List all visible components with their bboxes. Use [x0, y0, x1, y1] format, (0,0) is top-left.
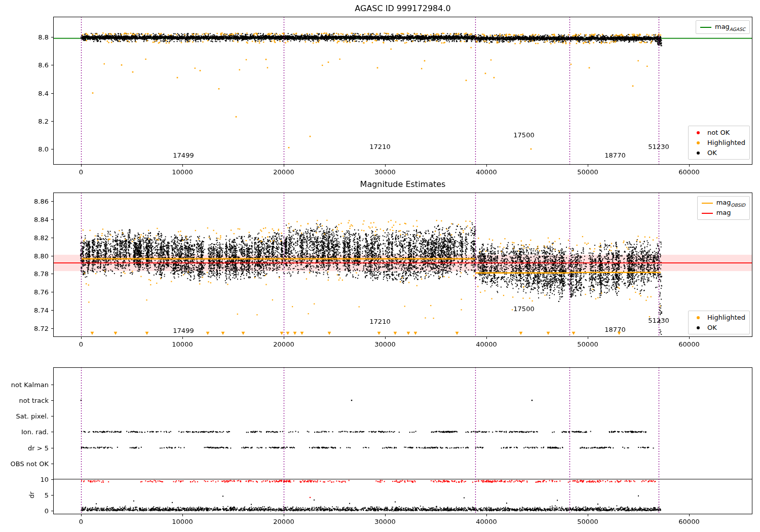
x-tick-label-top: 20000 [273, 168, 294, 176]
obsid-annotation: 17500 [513, 305, 534, 312]
x-tick-label-bottom: 60000 [678, 518, 699, 525]
legend-label: not OK [707, 129, 730, 136]
legend-item: mag [702, 208, 745, 218]
x-tick-label-middle: 60000 [678, 340, 699, 348]
legend-top-points: not OKHighlightedOK [688, 126, 750, 160]
legend-item: Highlighted [693, 138, 745, 147]
y-tick-label-middle: 8.86 [34, 198, 49, 205]
y-row-label-bottom: Ion. rad. [21, 428, 49, 436]
legend-label: Highlighted [707, 314, 745, 321]
y-tick-label-middle: 8.74 [34, 307, 49, 314]
x-tick-label-top: 50000 [577, 168, 598, 176]
y-tick-label-middle: 8.82 [34, 234, 49, 241]
x-tick-label-bottom: 50000 [577, 518, 598, 525]
x-tick-label-bottom: 30000 [374, 518, 395, 525]
obsid-annotation: 17499 [173, 151, 194, 159]
x-tick-label-bottom: 40000 [476, 518, 497, 525]
x-tick-label-middle: 20000 [273, 340, 294, 348]
figure: AGASC ID 999172984.0Magnitude Estimates0… [0, 0, 760, 532]
y-tick-label-top: 8.2 [38, 117, 49, 125]
legend-mag-lines: magOBSIDmag [697, 196, 750, 220]
legend-label: Highlighted [707, 139, 745, 146]
x-tick-label-top: 10000 [172, 168, 193, 176]
legend-dot-swatch-icon [693, 316, 704, 319]
obsid-annotation: 18770 [604, 151, 625, 159]
obsid-annotation: 17499 [173, 326, 194, 334]
y-row-label-bottom: 10 [40, 475, 49, 483]
y-row-label-bottom: 5 [45, 491, 49, 499]
legend-item: magOBSID [702, 198, 745, 208]
y-tick-label-middle: 8.76 [34, 288, 49, 296]
y-row-label-bottom: dr > 5 [28, 444, 49, 451]
legend-item: not OK [693, 128, 745, 137]
x-tick-label-top: 30000 [374, 168, 395, 176]
y-row-label-bottom: not track [19, 397, 49, 404]
y-row-label-bottom: Sat. pixel. [16, 412, 49, 420]
x-tick-label-bottom: 20000 [273, 518, 294, 525]
legend-label: OK [707, 149, 717, 157]
legend-line-swatch-icon [702, 203, 713, 204]
x-tick-label-middle: 10000 [172, 340, 193, 348]
obsid-annotation: 17210 [369, 317, 390, 325]
legend-item: OK [693, 323, 745, 332]
y-row-label-bottom: 0 [45, 507, 49, 515]
legend-dot-swatch-icon [693, 141, 704, 144]
legend-line-swatch-icon [702, 213, 713, 214]
obsid-annotation: 17500 [513, 131, 534, 139]
obsid-annotation: 18770 [604, 325, 625, 333]
legend-line-swatch-icon [700, 27, 711, 28]
x-tick-label-bottom: 0 [79, 518, 83, 525]
legend-item: magAGASC [700, 22, 745, 32]
legend-mag-agasc: magAGASC [696, 20, 750, 34]
obsid-annotation: 17210 [369, 142, 390, 150]
legend-label: magAGASC [715, 23, 745, 32]
legend-dot-swatch-icon [693, 131, 704, 134]
y-tick-label-top: 8.0 [38, 145, 49, 153]
legend-item: OK [693, 148, 745, 158]
y-row-label-bottom: OBS not OK [11, 460, 49, 467]
x-tick-label-middle: 50000 [577, 340, 598, 348]
plot-title-magnitude: Magnitude Estimates [360, 179, 446, 189]
x-tick-label-middle: 30000 [374, 340, 395, 348]
legend-dot-swatch-icon [693, 151, 704, 155]
legend-label: magOBSID [716, 199, 745, 208]
plot-title-agasc: AGASC ID 999172984.0 [355, 4, 450, 13]
x-tick-label-middle: 0 [79, 340, 83, 348]
x-tick-label-top: 0 [79, 168, 83, 176]
y-tick-label-top: 8.8 [38, 33, 49, 41]
x-tick-label-top: 60000 [678, 168, 699, 176]
obsid-annotation: 51230 [648, 316, 669, 324]
y-tick-label-middle: 8.80 [34, 252, 49, 259]
y-tick-label-middle: 8.72 [34, 324, 49, 332]
chart-overlay: AGASC ID 999172984.0Magnitude Estimates0… [0, 0, 760, 532]
y-axis-label-dr: dr [28, 491, 35, 499]
y-tick-label-middle: 8.78 [34, 270, 49, 278]
legend-dot-swatch-icon [693, 326, 704, 329]
y-tick-label-top: 8.6 [38, 61, 49, 69]
y-row-label-bottom: not Kalman [11, 381, 49, 389]
legend-item: Highlighted [693, 313, 745, 322]
legend-middle-points: HighlightedOK [688, 311, 750, 334]
x-tick-label-bottom: 10000 [172, 518, 193, 525]
legend-label: OK [707, 324, 717, 331]
legend-label: mag [716, 209, 731, 218]
y-tick-label-middle: 8.84 [34, 215, 49, 223]
obsid-annotation: 51230 [648, 142, 669, 150]
y-tick-label-top: 8.4 [38, 89, 49, 97]
x-tick-label-middle: 40000 [476, 340, 497, 348]
x-tick-label-top: 40000 [476, 168, 497, 176]
